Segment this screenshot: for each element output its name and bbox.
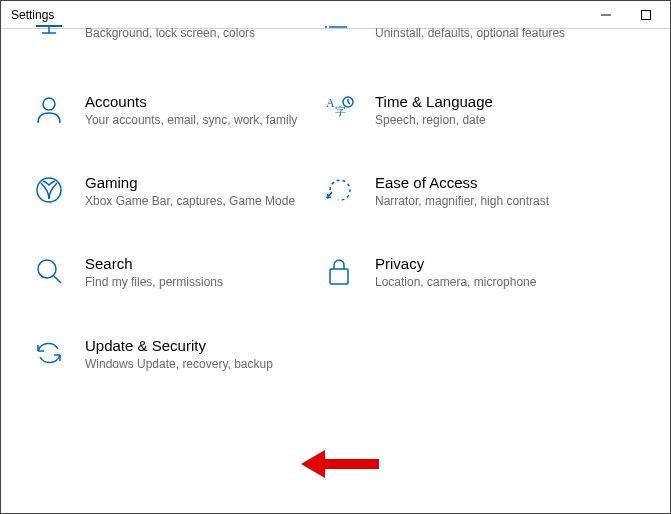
category-search[interactable]: Search Find my files, permissions <box>31 255 311 290</box>
apps-icon <box>321 25 357 41</box>
ease-of-access-icon <box>321 174 357 204</box>
category-title: Privacy <box>375 255 601 272</box>
category-desc: Uninstall, defaults, optional features <box>375 25 601 41</box>
xbox-icon <box>31 174 67 204</box>
category-title: Time & Language <box>375 93 601 110</box>
svg-text:字: 字 <box>335 105 346 117</box>
maximize-button[interactable] <box>626 2 666 28</box>
category-title: Update & Security <box>85 337 311 354</box>
sync-icon <box>31 337 67 367</box>
annotation-arrow <box>301 447 381 481</box>
category-desc: Background, lock screen, colors <box>85 25 311 41</box>
svg-point-7 <box>43 98 55 110</box>
category-time-language[interactable]: A 字 Time & Language Speech, region, date <box>321 93 601 128</box>
window-controls <box>586 2 666 28</box>
search-icon <box>31 255 67 285</box>
svg-rect-16 <box>330 269 348 284</box>
settings-grid: Background, lock screen, colors Uninstal… <box>1 25 670 392</box>
category-accounts[interactable]: Accounts Your accounts, email, sync, wor… <box>31 93 311 128</box>
svg-line-15 <box>54 276 61 283</box>
category-privacy[interactable]: Privacy Location, camera, microphone <box>321 255 601 290</box>
svg-text:A: A <box>326 96 335 110</box>
category-gaming[interactable]: Gaming Xbox Game Bar, captures, Game Mod… <box>31 174 311 209</box>
window-title: Settings <box>11 8 54 22</box>
category-desc: Narrator, magnifier, high contrast <box>375 193 601 209</box>
svg-rect-2 <box>36 25 62 27</box>
svg-marker-18 <box>301 450 325 478</box>
category-title: Search <box>85 255 311 272</box>
category-apps[interactable]: Uninstall, defaults, optional features <box>321 25 601 47</box>
category-update-security[interactable]: Update & Security Windows Update, recove… <box>31 337 311 372</box>
category-desc: Your accounts, email, sync, work, family <box>85 112 311 128</box>
monitor-icon <box>31 25 67 47</box>
person-icon <box>31 93 67 125</box>
svg-line-12 <box>348 102 350 104</box>
category-desc: Xbox Game Bar, captures, Game Mode <box>85 193 311 209</box>
svg-point-14 <box>38 260 56 278</box>
category-title: Gaming <box>85 174 311 191</box>
category-title: Ease of Access <box>375 174 601 191</box>
svg-rect-1 <box>642 10 651 19</box>
lock-icon <box>321 255 357 287</box>
category-personalization[interactable]: Background, lock screen, colors <box>31 25 311 47</box>
category-ease-of-access[interactable]: Ease of Access Narrator, magnifier, high… <box>321 174 601 209</box>
category-desc: Speech, region, date <box>375 112 601 128</box>
category-desc: Location, camera, microphone <box>375 274 601 290</box>
category-desc: Windows Update, recovery, backup <box>85 356 311 372</box>
category-title: Accounts <box>85 93 311 110</box>
minimize-button[interactable] <box>586 2 626 28</box>
category-desc: Find my files, permissions <box>85 274 311 290</box>
globe-language-icon: A 字 <box>321 93 357 123</box>
